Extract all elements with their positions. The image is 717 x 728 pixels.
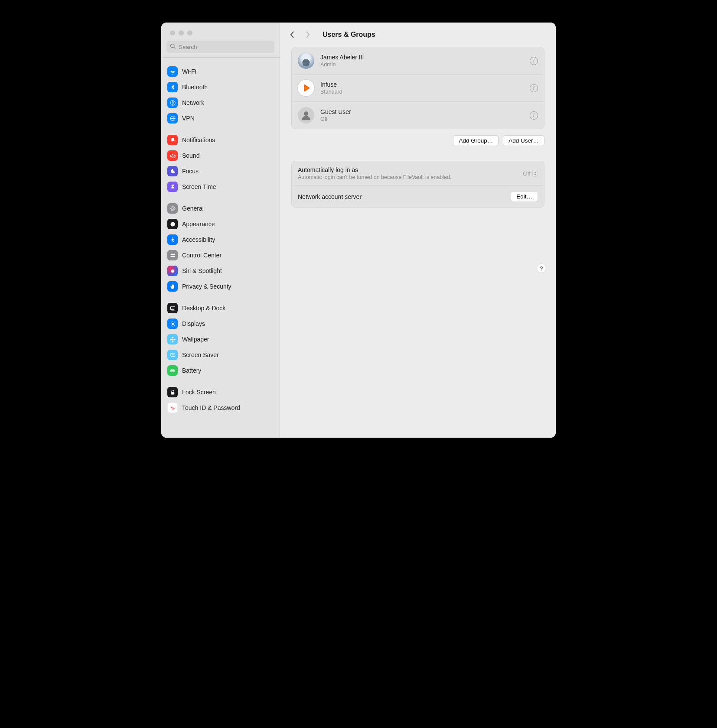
window-controls [161,23,280,36]
sidebar-item-privacy-security[interactable]: Privacy & Security [165,279,276,294]
sidebar-item-label: Battery [182,367,201,374]
minimize-window-button[interactable] [179,30,184,36]
sidebar-item-control-center[interactable]: Control Center [165,247,276,263]
svg-rect-28 [174,370,175,371]
svg-line-19 [174,322,174,322]
sidebar-item-focus[interactable]: Focus [165,163,276,179]
sidebar-item-wi-fi[interactable]: Wi-Fi [165,64,276,79]
hand-icon [167,281,178,292]
svg-point-30 [304,111,308,116]
svg-rect-27 [171,370,173,371]
info-icon[interactable]: i [530,84,538,92]
sidebar-item-label: Bluetooth [182,84,208,91]
info-icon[interactable]: i [530,111,538,120]
sidebar-item-battery[interactable]: Battery [165,363,276,378]
users-list: James Abeler IIIAdminiInfuseStandardiGue… [291,47,544,129]
close-window-button[interactable] [170,30,175,36]
add-user-button[interactable]: Add User… [503,135,544,146]
sidebar-item-label: Appearance [182,221,215,228]
svg-point-22 [172,341,173,342]
sidebar-item-notifications[interactable]: Notifications [165,132,276,148]
sidebar-item-bluetooth[interactable]: Bluetooth [165,79,276,95]
user-name: Guest User [320,108,524,115]
sun-icon [167,318,178,329]
sidebar-item-label: Accessibility [182,236,215,243]
accessibility-icon [167,234,178,245]
system-settings-window: Wi-FiBluetoothNetworkVPNNotificationsSou… [161,23,556,438]
auto-login-note: Automatic login can't be turned on becau… [298,174,518,180]
dock-icon [167,303,178,313]
svg-point-20 [172,338,173,340]
siri-icon [167,266,178,276]
login-settings: Automatically log in as Automatic login … [291,161,544,208]
info-icon[interactable]: i [530,57,538,65]
sidebar-item-lock-screen[interactable]: Lock Screen [165,384,276,400]
battery-icon [167,365,178,376]
sidebar-item-appearance[interactable]: Appearance [165,216,276,232]
moon-icon [167,166,178,176]
network-server-title: Network account server [298,193,505,200]
user-name: James Abeler III [320,54,524,61]
sidebar-item-label: Lock Screen [182,389,216,396]
sidebar-item-sound[interactable]: Sound [165,148,276,163]
sidebar-item-general[interactable]: General [165,201,276,216]
sidebar-item-label: Displays [182,320,205,327]
vpn-icon [167,113,178,124]
wifi-icon [167,66,178,77]
auto-login-popup[interactable]: Off ▴▾ [523,170,538,177]
screensaver-icon [167,350,178,360]
search-icon [170,43,176,51]
sidebar-item-touch-id-password[interactable]: Touch ID & Password [165,400,276,416]
sidebar-item-screen-time[interactable]: Screen Time [165,179,276,195]
sidebar-item-displays[interactable]: Displays [165,316,276,332]
user-role: Admin [320,62,524,68]
svg-rect-10 [171,309,174,309]
search-input[interactable] [179,44,271,50]
help-button[interactable]: ? [537,263,546,273]
add-group-button[interactable]: Add Group… [453,135,499,146]
zoom-window-button[interactable] [187,30,192,36]
sidebar-item-siri-spotlight[interactable]: Siri & Spotlight [165,263,276,279]
fingerprint-icon [167,403,178,413]
chevron-up-down-icon: ▴▾ [532,170,538,177]
sidebar-item-label: Desktop & Dock [182,305,225,312]
sidebar-item-desktop-dock[interactable]: Desktop & Dock [165,300,276,316]
back-button[interactable] [288,30,297,39]
sidebar-item-vpn[interactable]: VPN [165,110,276,126]
sidebar-item-screen-saver[interactable]: Screen Saver [165,347,276,363]
forward-button[interactable] [303,30,312,39]
svg-line-18 [171,325,171,325]
sidebar-item-label: Screen Saver [182,351,219,358]
sidebar-item-label: Sound [182,152,199,159]
speaker-icon [167,150,178,161]
network-icon [167,98,178,108]
svg-point-8 [171,269,174,273]
network-server-edit-button[interactable]: Edit… [511,191,538,202]
sidebar-nav: Wi-FiBluetoothNetworkVPNNotificationsSou… [161,58,280,438]
sidebar-item-label: Siri & Spotlight [182,267,222,274]
svg-point-3 [172,237,173,238]
auto-login-row: Automatically log in as Automatic login … [292,161,544,186]
search-field[interactable] [166,41,274,53]
avatar [298,80,314,96]
auto-login-value: Off [523,170,531,177]
user-role: Off [320,116,524,122]
sidebar-item-network[interactable]: Network [165,95,276,110]
sidebar-item-label: Control Center [182,252,222,259]
svg-point-7 [173,256,174,257]
sidebar-item-wallpaper[interactable]: Wallpaper [165,332,276,347]
sidebar-item-label: Screen Time [182,183,216,190]
sidebar-item-accessibility[interactable]: Accessibility [165,232,276,247]
action-row: Add Group… Add User… [291,135,544,146]
network-server-row: Network account server Edit… [292,186,544,207]
user-row: Guest UserOffi [292,102,544,129]
flower-icon [167,334,178,344]
svg-point-11 [172,323,174,325]
bell-icon [167,135,178,145]
appearance-icon [167,219,178,229]
user-row: James Abeler IIIAdmini [292,47,544,75]
svg-point-23 [170,338,172,340]
sidebar-item-label: Wi-Fi [182,68,196,75]
page-title: Users & Groups [323,31,375,39]
svg-point-24 [174,338,176,340]
